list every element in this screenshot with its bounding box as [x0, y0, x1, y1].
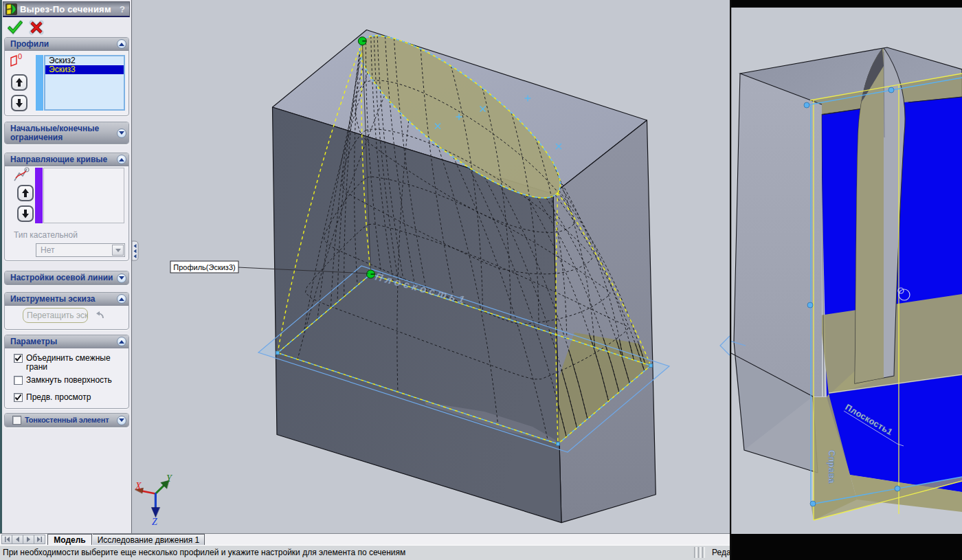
group-centerline-label: Настройки осевой линии [10, 273, 113, 282]
checkbox-preview-checked[interactable] [14, 393, 23, 402]
checkbox-row-close[interactable]: Замкнуть поверхность [14, 376, 112, 385]
tab-nav-prev-button[interactable] [12, 535, 23, 544]
group-profiles-label: Профили [10, 40, 49, 49]
right-window-top-band [730, 0, 962, 8]
status-grips [694, 547, 706, 558]
checkbox-row-preview[interactable]: Предв. просмотр [14, 393, 91, 402]
tab-nav-buttons [1, 535, 45, 544]
loft-cut-icon [5, 3, 17, 15]
group-guides-header[interactable]: Направляющие кривые [5, 153, 128, 166]
group-start-end-constraints: Начальные/конечныеограничения [4, 122, 129, 144]
tab-model[interactable]: Модель [47, 534, 92, 545]
collapse-up-icon[interactable] [117, 294, 126, 304]
property-manager: Вырез-По сечениям ? Профили 0 [2, 0, 132, 534]
group-parameters-header[interactable]: Параметры [5, 335, 128, 348]
collapse-up-icon[interactable] [117, 39, 126, 49]
group-profiles: Профили 0 Эскиз2 Эскиз3 [4, 37, 129, 116]
collapse-up-icon[interactable] [117, 337, 126, 346]
group-guides-label: Направляющие кривые [10, 155, 107, 164]
checkbox-merge-checked[interactable] [14, 354, 23, 363]
expand-down-icon[interactable] [117, 273, 126, 283]
graphics-area[interactable]: Плоскость1 Профиль(Эскиз3) X Y Z [132, 0, 730, 534]
move-down-button[interactable] [17, 205, 34, 222]
checkbox-merge-label: Объединить смежныеграни [26, 354, 111, 372]
status-mode: Реда [712, 548, 730, 557]
dropdown-arrow-icon[interactable] [112, 245, 124, 256]
right-window-bottom-band [730, 534, 962, 560]
group-parameters: Параметры Объединить смежныеграни Замкну… [4, 335, 129, 409]
plane-sprava-label[interactable]: Справа [827, 450, 836, 484]
orientation-triad: X Y Z [135, 473, 173, 527]
group-profiles-header[interactable]: Профили [5, 38, 128, 51]
plane-corner-right-edge [720, 336, 730, 355]
svg-text:X: X [135, 481, 142, 491]
group-thin-label: Тонкостенный элемент [25, 416, 109, 425]
status-grip [702, 547, 705, 558]
tab-nav-last-button[interactable] [34, 535, 45, 544]
move-up-button[interactable] [11, 74, 27, 91]
group-sketch-tools-header[interactable]: Инструменты эскиза [5, 293, 128, 306]
tab-nav-first-button[interactable] [1, 535, 12, 544]
solidworks-app: Плоскость1 Профиль(Эскиз3) X Y Z [0, 0, 962, 560]
profiles-listbox[interactable]: Эскиз2 Эскиз3 [44, 55, 125, 111]
group-parameters-label: Параметры [10, 337, 57, 346]
drag-sketch-button[interactable]: Перетащить эски [23, 308, 88, 323]
checkbox-close-label: Замкнуть поверхность [26, 376, 112, 385]
guides-listbox[interactable] [43, 168, 124, 223]
expand-down-icon[interactable] [117, 128, 126, 138]
checkbox-thin-unchecked[interactable] [12, 416, 21, 425]
guide-curve-icon [13, 167, 30, 182]
expand-down-icon[interactable] [117, 416, 126, 425]
group-sketch-tools-label: Инструменты эскиза [10, 295, 95, 304]
checkbox-preview-label: Предв. просмотр [26, 393, 91, 402]
tab-nav-next-button[interactable] [23, 535, 34, 544]
move-up-button[interactable] [17, 185, 34, 201]
group-constraints-header[interactable]: Начальные/конечныеограничения [5, 122, 128, 144]
svg-text:0: 0 [18, 53, 22, 60]
tab-motion-study[interactable]: Исследование движения 1 [93, 534, 205, 545]
cancel-button[interactable] [29, 20, 44, 35]
checkbox-row-merge[interactable]: Объединить смежныеграни [14, 354, 124, 372]
status-message: При необходимости выберите еще несколько… [3, 548, 405, 557]
tangent-type-value: Нет [41, 245, 112, 255]
ok-button[interactable] [8, 20, 23, 35]
status-grip [698, 547, 701, 558]
tangent-type-select[interactable]: Нет [36, 243, 125, 257]
group-thin-header[interactable]: Тонкостенный элемент [5, 414, 128, 427]
group-constraints-label: Начальные/конечныеограничения [10, 124, 99, 142]
active-selection-bar [36, 55, 43, 111]
undo-icon[interactable] [94, 311, 105, 320]
motion-tab-bar: Модель Исследование движения 1 [0, 533, 730, 545]
profiles-icon: 0 [9, 53, 28, 67]
collapse-up-icon[interactable] [117, 155, 126, 164]
page-title: Вырез-По сечениям [20, 4, 120, 14]
help-icon[interactable]: ? [120, 4, 125, 14]
panel-collapse-handle[interactable] [132, 241, 138, 260]
status-grip [694, 547, 697, 558]
guide-selection-bar [35, 168, 43, 223]
status-bar: При необходимости выберите еще несколько… [0, 545, 730, 560]
secondary-window[interactable]: Плоскость1 Справа [730, 0, 962, 560]
group-centerline-header[interactable]: Настройки осевой линии [5, 271, 128, 284]
group-centerline: Настройки осевой линии [4, 271, 129, 285]
svg-text:Z: Z [152, 517, 157, 527]
group-guide-curves: Направляющие кривые Тип касательной Нет [4, 153, 129, 261]
checkbox-close-unchecked[interactable] [14, 376, 23, 385]
svg-text:Профиль(Эскиз3): Профиль(Эскиз3) [173, 263, 235, 271]
move-down-button[interactable] [11, 95, 27, 111]
group-thin-feature: Тонкостенный элемент [4, 413, 129, 427]
group-sketch-tools: Инструменты эскиза Перетащить эски [4, 292, 129, 330]
list-item-sketch3[interactable]: Эскиз3 [45, 65, 124, 74]
property-manager-title-bar: Вырез-По сечениям ? [3, 1, 130, 17]
svg-text:Y: Y [166, 473, 173, 484]
tangent-type-label: Тип касательной [14, 230, 78, 240]
